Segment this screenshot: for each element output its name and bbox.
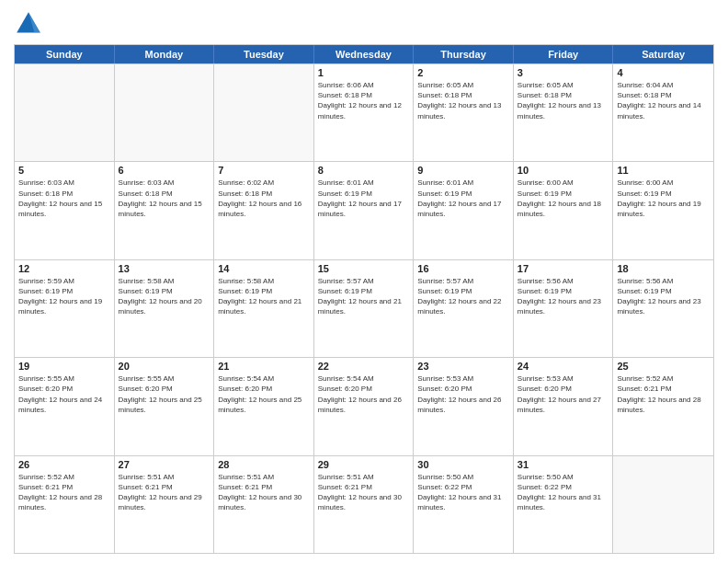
- day-info: Sunrise: 5:50 AMSunset: 6:22 PMDaylight:…: [518, 472, 609, 513]
- day-number: 9: [417, 165, 509, 176]
- day-number: 15: [318, 263, 410, 274]
- calendar-row-4: 19Sunrise: 5:55 AMSunset: 6:20 PMDayligh…: [15, 357, 713, 454]
- day-number: 24: [518, 361, 609, 372]
- day-cell-25: 25Sunrise: 5:52 AMSunset: 6:21 PMDayligh…: [613, 358, 713, 454]
- day-number: 14: [218, 263, 310, 274]
- header-day-sunday: Sunday: [15, 45, 115, 63]
- day-cell-22: 22Sunrise: 5:54 AMSunset: 6:20 PMDayligh…: [314, 358, 415, 454]
- day-cell-3: 3Sunrise: 6:05 AMSunset: 6:18 PMDaylight…: [514, 64, 614, 161]
- day-number: 5: [18, 165, 110, 176]
- header-day-tuesday: Tuesday: [214, 45, 314, 63]
- day-number: 10: [518, 165, 609, 176]
- day-info: Sunrise: 6:06 AMSunset: 6:18 PMDaylight:…: [318, 80, 410, 121]
- day-info: Sunrise: 5:57 AMSunset: 6:19 PMDaylight:…: [417, 276, 509, 317]
- day-info: Sunrise: 5:58 AMSunset: 6:19 PMDaylight:…: [119, 276, 210, 317]
- day-cell-12: 12Sunrise: 5:59 AMSunset: 6:19 PMDayligh…: [15, 260, 115, 357]
- day-number: 22: [318, 361, 410, 372]
- day-number: 11: [617, 165, 710, 176]
- day-cell-18: 18Sunrise: 5:56 AMSunset: 6:19 PMDayligh…: [613, 260, 713, 357]
- day-cell-7: 7Sunrise: 6:02 AMSunset: 6:18 PMDaylight…: [214, 162, 314, 259]
- day-info: Sunrise: 6:01 AMSunset: 6:19 PMDaylight:…: [417, 178, 509, 219]
- empty-cell: [214, 64, 314, 161]
- day-info: Sunrise: 6:02 AMSunset: 6:18 PMDaylight:…: [218, 178, 310, 219]
- day-info: Sunrise: 5:54 AMSunset: 6:20 PMDaylight:…: [318, 373, 410, 415]
- header-day-wednesday: Wednesday: [314, 45, 415, 63]
- header: [14, 9, 714, 39]
- day-number: 21: [218, 361, 310, 372]
- day-number: 17: [518, 263, 609, 274]
- empty-cell: [15, 64, 115, 161]
- day-info: Sunrise: 6:03 AMSunset: 6:18 PMDaylight:…: [18, 178, 110, 219]
- day-number: 26: [18, 459, 110, 470]
- day-number: 3: [518, 67, 609, 78]
- page: SundayMondayTuesdayWednesdayThursdayFrid…: [0, 0, 728, 563]
- calendar-row-2: 5Sunrise: 6:03 AMSunset: 6:18 PMDaylight…: [15, 161, 713, 259]
- day-cell-16: 16Sunrise: 5:57 AMSunset: 6:19 PMDayligh…: [414, 260, 514, 357]
- day-info: Sunrise: 5:51 AMSunset: 6:21 PMDaylight:…: [119, 472, 210, 513]
- day-number: 30: [417, 459, 509, 470]
- logo: [14, 9, 47, 39]
- day-info: Sunrise: 5:59 AMSunset: 6:19 PMDaylight:…: [18, 276, 110, 317]
- day-number: 28: [218, 459, 310, 470]
- day-cell-28: 28Sunrise: 5:51 AMSunset: 6:21 PMDayligh…: [214, 456, 314, 553]
- day-info: Sunrise: 5:57 AMSunset: 6:19 PMDaylight:…: [318, 276, 410, 317]
- header-day-friday: Friday: [514, 45, 614, 63]
- day-cell-19: 19Sunrise: 5:55 AMSunset: 6:20 PMDayligh…: [15, 358, 115, 454]
- day-number: 2: [417, 67, 509, 78]
- empty-cell: [115, 64, 215, 161]
- day-info: Sunrise: 6:04 AMSunset: 6:18 PMDaylight:…: [617, 80, 710, 121]
- day-cell-30: 30Sunrise: 5:50 AMSunset: 6:22 PMDayligh…: [414, 456, 514, 553]
- calendar-header: SundayMondayTuesdayWednesdayThursdayFrid…: [15, 45, 713, 63]
- day-cell-23: 23Sunrise: 5:53 AMSunset: 6:20 PMDayligh…: [414, 358, 514, 454]
- day-info: Sunrise: 5:55 AMSunset: 6:20 PMDaylight:…: [18, 373, 110, 415]
- header-day-thursday: Thursday: [414, 45, 514, 63]
- day-cell-1: 1Sunrise: 6:06 AMSunset: 6:18 PMDaylight…: [314, 64, 415, 161]
- day-number: 4: [617, 67, 710, 78]
- day-cell-5: 5Sunrise: 6:03 AMSunset: 6:18 PMDaylight…: [15, 162, 115, 259]
- day-number: 6: [119, 165, 210, 176]
- day-cell-17: 17Sunrise: 5:56 AMSunset: 6:19 PMDayligh…: [514, 260, 614, 357]
- day-info: Sunrise: 5:52 AMSunset: 6:21 PMDaylight:…: [18, 472, 110, 513]
- day-number: 7: [218, 165, 310, 176]
- day-info: Sunrise: 5:55 AMSunset: 6:20 PMDaylight:…: [119, 373, 210, 415]
- calendar-row-1: 1Sunrise: 6:06 AMSunset: 6:18 PMDaylight…: [15, 63, 713, 161]
- day-number: 31: [518, 459, 609, 470]
- day-cell-26: 26Sunrise: 5:52 AMSunset: 6:21 PMDayligh…: [15, 456, 115, 553]
- day-cell-15: 15Sunrise: 5:57 AMSunset: 6:19 PMDayligh…: [314, 260, 415, 357]
- day-info: Sunrise: 5:51 AMSunset: 6:21 PMDaylight:…: [318, 472, 410, 513]
- day-info: Sunrise: 5:51 AMSunset: 6:21 PMDaylight:…: [218, 472, 310, 513]
- day-info: Sunrise: 6:00 AMSunset: 6:19 PMDaylight:…: [617, 178, 710, 219]
- day-info: Sunrise: 5:56 AMSunset: 6:19 PMDaylight:…: [617, 276, 710, 317]
- day-cell-24: 24Sunrise: 5:53 AMSunset: 6:20 PMDayligh…: [514, 358, 614, 454]
- day-cell-9: 9Sunrise: 6:01 AMSunset: 6:19 PMDaylight…: [414, 162, 514, 259]
- day-number: 29: [318, 459, 410, 470]
- day-number: 18: [617, 263, 710, 274]
- day-info: Sunrise: 6:05 AMSunset: 6:18 PMDaylight:…: [417, 80, 509, 121]
- day-number: 27: [119, 459, 210, 470]
- day-info: Sunrise: 6:00 AMSunset: 6:19 PMDaylight:…: [518, 178, 609, 219]
- calendar-body: 1Sunrise: 6:06 AMSunset: 6:18 PMDaylight…: [15, 63, 713, 553]
- day-cell-11: 11Sunrise: 6:00 AMSunset: 6:19 PMDayligh…: [613, 162, 713, 259]
- header-day-saturday: Saturday: [613, 45, 713, 63]
- day-info: Sunrise: 5:53 AMSunset: 6:20 PMDaylight:…: [518, 373, 609, 415]
- day-info: Sunrise: 6:01 AMSunset: 6:19 PMDaylight:…: [318, 178, 410, 219]
- calendar-row-3: 12Sunrise: 5:59 AMSunset: 6:19 PMDayligh…: [15, 259, 713, 357]
- day-info: Sunrise: 6:03 AMSunset: 6:18 PMDaylight:…: [119, 178, 210, 219]
- day-number: 8: [318, 165, 410, 176]
- day-info: Sunrise: 5:56 AMSunset: 6:19 PMDaylight:…: [518, 276, 609, 317]
- day-number: 12: [18, 263, 110, 274]
- day-cell-20: 20Sunrise: 5:55 AMSunset: 6:20 PMDayligh…: [115, 358, 215, 454]
- day-number: 1: [318, 67, 410, 78]
- day-info: Sunrise: 5:58 AMSunset: 6:19 PMDaylight:…: [218, 276, 310, 317]
- day-cell-27: 27Sunrise: 5:51 AMSunset: 6:21 PMDayligh…: [115, 456, 215, 553]
- day-cell-21: 21Sunrise: 5:54 AMSunset: 6:20 PMDayligh…: [214, 358, 314, 454]
- day-cell-10: 10Sunrise: 6:00 AMSunset: 6:19 PMDayligh…: [514, 162, 614, 259]
- day-info: Sunrise: 5:52 AMSunset: 6:21 PMDaylight:…: [617, 373, 710, 415]
- day-number: 13: [119, 263, 210, 274]
- day-number: 20: [119, 361, 210, 372]
- day-cell-2: 2Sunrise: 6:05 AMSunset: 6:18 PMDaylight…: [414, 64, 514, 161]
- day-cell-31: 31Sunrise: 5:50 AMSunset: 6:22 PMDayligh…: [514, 456, 614, 553]
- day-cell-14: 14Sunrise: 5:58 AMSunset: 6:19 PMDayligh…: [214, 260, 314, 357]
- day-cell-29: 29Sunrise: 5:51 AMSunset: 6:21 PMDayligh…: [314, 456, 415, 553]
- day-number: 16: [417, 263, 509, 274]
